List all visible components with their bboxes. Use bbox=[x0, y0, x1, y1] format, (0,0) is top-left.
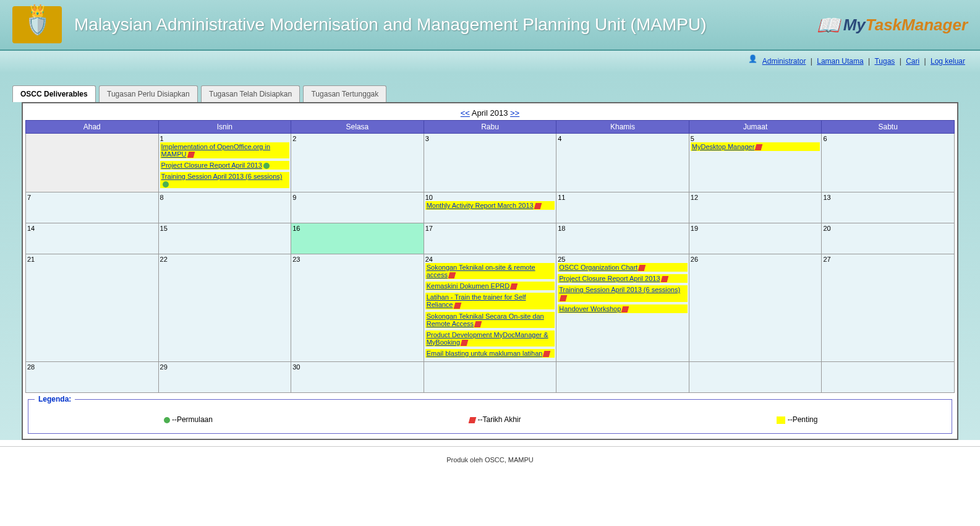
legend-start: --Permulaan bbox=[163, 415, 213, 424]
user-bar: 👤 Administrator | Laman Utama | Tugas | … bbox=[0, 51, 980, 73]
flag-end-icon bbox=[621, 306, 629, 313]
day-cell[interactable]: 10 Monthly Activity Report March 2013 bbox=[424, 192, 556, 223]
day-cell[interactable]: 25 OSCC Organization Chart Project Closu… bbox=[556, 254, 689, 362]
day-cell[interactable]: 18 bbox=[556, 223, 689, 254]
col-thu: Khamis bbox=[556, 121, 689, 134]
day-cell[interactable]: 27 bbox=[822, 254, 955, 362]
event-link[interactable]: Sokongan Teknikal on-site & remote acces… bbox=[427, 264, 535, 278]
calendar-nav: << April 2013 >> bbox=[25, 106, 955, 120]
crest-logo: 🛡️ bbox=[12, 6, 62, 43]
day-cell[interactable]: 14 bbox=[26, 223, 159, 254]
col-sun: Ahad bbox=[26, 121, 159, 134]
flag-end-icon bbox=[474, 321, 482, 327]
day-cell[interactable]: 7 bbox=[26, 192, 159, 223]
day-cell[interactable] bbox=[424, 361, 556, 392]
day-cell[interactable] bbox=[689, 361, 822, 392]
event-link[interactable]: Project Closure Report April 2013 bbox=[161, 162, 262, 169]
link-logout[interactable]: Log keluar bbox=[931, 57, 965, 66]
prev-month[interactable]: << bbox=[461, 108, 470, 118]
flag-start-icon bbox=[263, 163, 270, 169]
logo-manager: Manager bbox=[901, 15, 968, 34]
flag-start-icon bbox=[164, 417, 170, 423]
day-cell[interactable] bbox=[822, 361, 955, 392]
day-cell[interactable]: 29 bbox=[158, 361, 291, 392]
app-logo: 📖 MyTaskManager bbox=[817, 14, 968, 36]
day-cell[interactable]: 22 bbox=[158, 254, 291, 362]
tab-overdue[interactable]: Tugasan Tertunggak bbox=[303, 85, 386, 102]
day-cell[interactable]: 19 bbox=[689, 223, 822, 254]
month-label: April 2013 bbox=[472, 108, 508, 118]
day-number: 1 bbox=[160, 135, 290, 142]
day-cell[interactable]: 26 bbox=[689, 254, 822, 362]
event-link[interactable]: Product Development MyDocManager & MyBoo… bbox=[427, 331, 548, 346]
page-title: Malaysian Administrative Modernisation a… bbox=[74, 15, 817, 35]
col-fri: Jumaat bbox=[689, 121, 822, 134]
day-cell[interactable]: 24 Sokongan Teknikal on-site & remote ac… bbox=[424, 254, 556, 362]
day-cell[interactable]: 30 bbox=[291, 361, 424, 392]
day-cell[interactable]: 3 bbox=[424, 134, 556, 192]
day-cell[interactable]: 21 bbox=[26, 254, 159, 362]
flag-start-icon bbox=[163, 181, 169, 188]
day-cell[interactable]: 5 MyDesktop Manager bbox=[689, 134, 822, 192]
event-link[interactable]: MyDesktop Manager bbox=[692, 143, 755, 150]
flag-end-icon bbox=[560, 295, 568, 301]
col-wed: Rabu bbox=[424, 121, 556, 134]
flag-end-icon bbox=[187, 152, 195, 158]
day-cell[interactable]: 17 bbox=[424, 223, 556, 254]
tab-bar: OSCC Deliverables Tugasan Perlu Disiapka… bbox=[0, 73, 980, 440]
book-icon: 📖 bbox=[817, 14, 840, 36]
next-month[interactable]: >> bbox=[510, 108, 519, 118]
flag-end-icon bbox=[755, 144, 763, 150]
col-mon: Isnin bbox=[158, 121, 291, 134]
link-home[interactable]: Laman Utama bbox=[817, 57, 863, 66]
flag-end-icon bbox=[448, 272, 456, 278]
day-cell[interactable]: 9 bbox=[291, 192, 424, 223]
link-tasks[interactable]: Tugas bbox=[874, 57, 895, 66]
event-link[interactable]: OSCC Organization Chart bbox=[559, 264, 637, 271]
event-link[interactable]: Kemaskini Dokumen EPRD bbox=[427, 282, 510, 290]
flag-end-icon bbox=[534, 203, 542, 209]
flag-end-icon bbox=[469, 417, 477, 423]
day-cell-today[interactable]: 16 bbox=[291, 223, 424, 254]
tab-oscc[interactable]: OSCC Deliverables bbox=[12, 85, 96, 102]
footer: Produk oleh OSCC, MAMPU bbox=[0, 446, 980, 473]
logo-task: Task bbox=[866, 15, 901, 34]
event-link[interactable]: Sokongan Teknikal Secara On-site dan Rem… bbox=[427, 313, 544, 327]
event-link[interactable]: Implementation of OpenOffice.org in MAMP… bbox=[161, 143, 271, 158]
flag-end-icon bbox=[660, 276, 668, 282]
event-link[interactable]: Handover Workshop bbox=[559, 305, 621, 313]
event-link[interactable]: Project Closure Report April 2013 bbox=[559, 275, 660, 282]
flag-end-icon bbox=[453, 303, 461, 309]
day-cell[interactable]: 1 Implementation of OpenOffice.org in MA… bbox=[158, 134, 291, 192]
day-cell[interactable]: 20 bbox=[822, 223, 955, 254]
day-cell[interactable]: 13 bbox=[822, 192, 955, 223]
day-cell[interactable] bbox=[26, 134, 159, 192]
event-link[interactable]: Training Session April 2013 (6 sessions) bbox=[559, 286, 680, 293]
day-cell[interactable]: 28 bbox=[26, 361, 159, 392]
tab-todo[interactable]: Tugasan Perlu Disiapkan bbox=[99, 85, 198, 102]
footer-text: Produk oleh OSCC, MAMPU bbox=[446, 456, 534, 463]
legend-end: --Tarikh Akhir bbox=[468, 415, 521, 424]
day-cell[interactable]: 23 bbox=[291, 254, 424, 362]
tab-done[interactable]: Tugasan Telah Disiapkan bbox=[201, 85, 300, 102]
flag-end-icon bbox=[638, 265, 646, 271]
link-admin[interactable]: Administrator bbox=[762, 57, 806, 66]
link-search[interactable]: Cari bbox=[906, 57, 919, 66]
col-sat: Sabtu bbox=[822, 121, 955, 134]
calendar-grid: Ahad Isnin Selasa Rabu Khamis Jumaat Sab… bbox=[25, 120, 955, 393]
day-cell[interactable]: 4 bbox=[556, 134, 689, 192]
day-cell[interactable]: 2 bbox=[291, 134, 424, 192]
event-link[interactable]: Latihan - Train the trainer for Self Rel… bbox=[427, 293, 526, 308]
day-cell[interactable]: 6 bbox=[822, 134, 955, 192]
legend-title: Legenda: bbox=[35, 395, 75, 403]
event-link[interactable]: Email blasting untuk makluman latihan bbox=[427, 350, 543, 357]
event-link[interactable]: Training Session April 2013 (6 sessions) bbox=[161, 173, 283, 180]
event-link[interactable]: Monthly Activity Report March 2013 bbox=[427, 202, 534, 209]
day-cell[interactable]: 12 bbox=[689, 192, 822, 223]
day-cell[interactable]: 11 bbox=[556, 192, 689, 223]
day-cell[interactable]: 15 bbox=[158, 223, 291, 254]
flag-end-icon bbox=[510, 283, 518, 290]
day-cell[interactable]: 8 bbox=[158, 192, 291, 223]
header: 🛡️ Malaysian Administrative Modernisatio… bbox=[0, 0, 980, 51]
day-cell[interactable] bbox=[556, 361, 689, 392]
